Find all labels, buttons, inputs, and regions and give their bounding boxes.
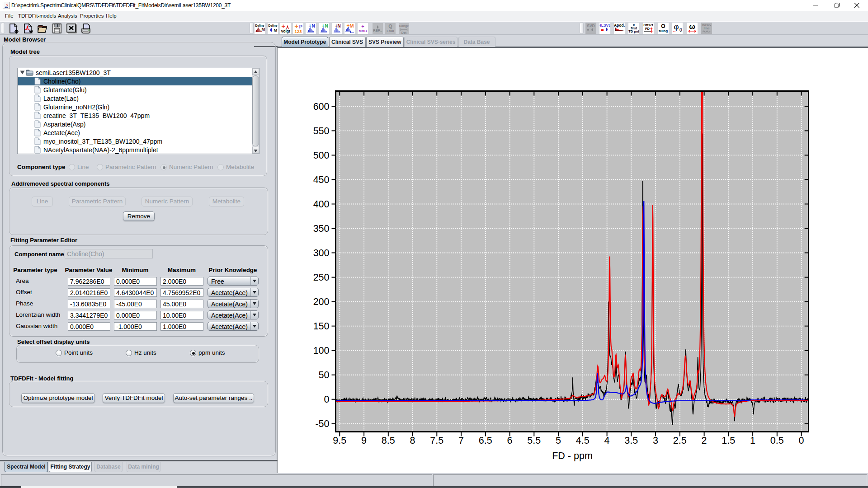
svg-text:+: +: [361, 23, 364, 29]
svg-text:ω: ω: [689, 23, 695, 30]
svg-text:N: N: [325, 23, 328, 28]
svg-text:0: 0: [679, 28, 682, 33]
svg-text:O: O: [661, 23, 665, 29]
svg-text:+: +: [347, 23, 350, 29]
svg-text:M: M: [274, 28, 278, 33]
svg-text:Voigt: Voigt: [281, 29, 290, 33]
svg-text:filling: filling: [659, 29, 668, 33]
svg-text:Define: Define: [269, 24, 278, 27]
svg-text:FD: FD: [645, 27, 650, 31]
svg-text:+: +: [309, 23, 311, 28]
svg-text:N: N: [338, 23, 341, 28]
svg-text:M: M: [350, 23, 354, 28]
svg-text:Apod.: Apod.: [614, 23, 625, 28]
svg-text:TD pnt: TD pnt: [628, 29, 639, 33]
svg-text:Range: Range: [399, 24, 409, 28]
svg-text:N: N: [312, 23, 315, 28]
svg-text:M: M: [262, 27, 265, 32]
svg-text:MMB: MMB: [359, 29, 367, 33]
svg-text:Det: Det: [401, 31, 407, 34]
svg-text:line: line: [704, 26, 710, 30]
svg-text:+: +: [322, 23, 325, 28]
svg-text:Q: Q: [388, 23, 392, 29]
svg-text:SVD: SVD: [587, 23, 594, 28]
svg-text:Eval: Eval: [387, 29, 394, 33]
svg-text:REF...: REF...: [373, 28, 382, 33]
svg-text:φ: φ: [674, 23, 679, 31]
svg-text:123: 123: [295, 29, 302, 34]
svg-text:Define: Define: [255, 24, 264, 27]
svg-text:HLSVD: HLSVD: [599, 23, 610, 28]
